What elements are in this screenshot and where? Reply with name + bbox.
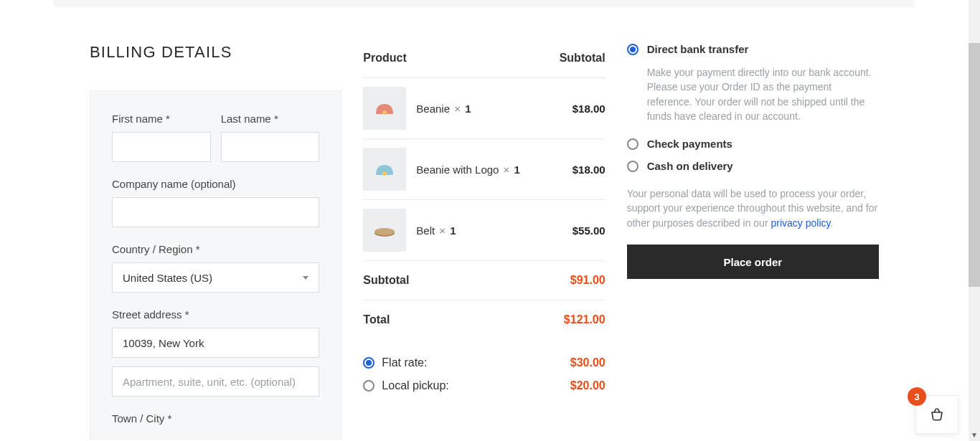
privacy-text-1: Your personal data will be used to proce… (627, 188, 877, 229)
total-label: Total (363, 313, 390, 326)
product-name: Belt (416, 224, 435, 237)
cod-label: Cash on delivery (647, 160, 733, 172)
product-name: Beanie (416, 103, 450, 115)
first-name-label: First name * (112, 113, 211, 125)
svg-point-3 (374, 228, 395, 235)
product-price: $55.00 (573, 224, 606, 237)
order-item-row: Beanie with Logo × 1 $18.00 (363, 139, 605, 200)
qty-symbol: × (439, 224, 446, 237)
basket-icon (928, 406, 946, 423)
street-input[interactable] (112, 328, 319, 358)
chevron-down-icon (303, 276, 308, 280)
flat-rate-price: $30.00 (570, 356, 606, 369)
subtotal-value: $91.00 (570, 274, 606, 287)
country-label: Country / Region * (112, 243, 319, 255)
check-label: Check payments (647, 138, 732, 150)
subtotal-label: Subtotal (363, 274, 409, 287)
country-value: United States (US) (123, 272, 212, 284)
svg-point-0 (382, 110, 387, 115)
order-product-header: Product (363, 52, 406, 65)
last-name-input[interactable] (221, 132, 320, 162)
company-input[interactable] (112, 197, 319, 227)
floating-cart-button[interactable]: 3 (915, 395, 958, 434)
radio-icon-selected (627, 44, 639, 55)
first-name-input[interactable] (112, 132, 211, 162)
cart-count-badge: 3 (908, 387, 926, 406)
total-value: $121.00 (564, 313, 606, 326)
product-name: Beanie with Logo (416, 163, 499, 176)
payment-check[interactable]: Check payments (627, 138, 879, 150)
privacy-text-2: . (830, 217, 833, 229)
street2-input[interactable] (112, 366, 319, 397)
street-label: Street address * (112, 308, 319, 321)
privacy-policy-link[interactable]: privacy policy (771, 217, 830, 229)
bank-description: Make your payment directly into our bank… (647, 65, 879, 123)
order-item-row: Belt × 1 $55.00 (363, 200, 605, 261)
product-thumb-belt (363, 209, 406, 252)
product-qty: 1 (514, 163, 520, 176)
qty-symbol: × (504, 163, 510, 176)
local-pickup-label: Local pickup: (382, 379, 448, 392)
product-thumb-beanie-logo (363, 148, 406, 191)
shipping-flat-rate[interactable]: Flat rate: $30.00 (363, 356, 605, 369)
payment-bank-transfer[interactable]: Direct bank transfer (627, 43, 879, 55)
product-thumb-beanie (363, 87, 406, 130)
billing-title: BILLING DETAILS (90, 43, 341, 62)
scrollbar-thumb[interactable] (969, 43, 980, 287)
radio-icon (627, 161, 639, 172)
top-band (54, 0, 915, 7)
bank-label: Direct bank transfer (647, 43, 749, 55)
payment-cod[interactable]: Cash on delivery (627, 160, 879, 172)
order-subtotal-header: Subtotal (560, 52, 606, 65)
radio-icon-selected (363, 357, 374, 369)
svg-point-1 (382, 171, 387, 176)
radio-icon (363, 380, 374, 392)
product-price: $18.00 (573, 103, 606, 115)
product-qty: 1 (465, 103, 471, 115)
scroll-down-arrow-icon[interactable]: ▼ (970, 431, 979, 440)
product-qty: 1 (450, 224, 456, 237)
city-label: Town / City * (112, 412, 319, 425)
radio-icon (627, 138, 639, 150)
country-select[interactable]: United States (US) (112, 262, 319, 293)
shipping-local-pickup[interactable]: Local pickup: $20.00 (363, 379, 605, 392)
company-label: Company name (optional) (112, 178, 319, 190)
product-price: $18.00 (573, 163, 606, 176)
qty-symbol: × (454, 103, 461, 115)
privacy-note: Your personal data will be used to proce… (627, 186, 879, 230)
local-pickup-price: $20.00 (570, 379, 606, 392)
last-name-label: Last name * (221, 113, 320, 125)
order-item-row: Beanie × 1 $18.00 (363, 78, 605, 139)
flat-rate-label: Flat rate: (382, 356, 427, 369)
place-order-button[interactable]: Place order (627, 245, 879, 279)
billing-panel: First name * Last name * Company name (o… (90, 90, 341, 440)
